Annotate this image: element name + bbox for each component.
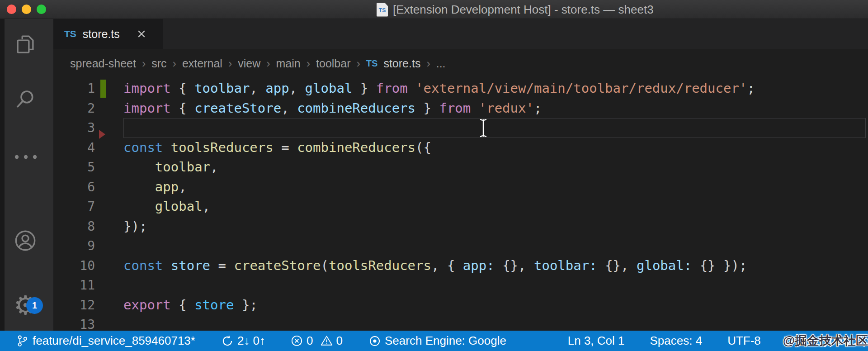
sync-icon: [222, 335, 233, 347]
code-token: combineReducers: [297, 100, 415, 116]
line-number[interactable]: 11: [53, 275, 95, 295]
error-circle-icon: [291, 335, 303, 347]
sync-status[interactable]: 2↓ 0↑: [222, 334, 265, 348]
code-token: from: [376, 81, 415, 96]
code-token: =: [274, 140, 297, 155]
git-branch-status[interactable]: feature/di_service_859460713*: [16, 334, 195, 348]
mouse-ibeam-cursor: [477, 118, 489, 138]
line-number[interactable]: 2: [53, 99, 95, 119]
code-token: toolsReducers: [171, 140, 274, 155]
code-token: global: [305, 81, 353, 96]
breadcrumb-item-src[interactable]: src: [151, 57, 166, 70]
typescript-lang-icon: TS: [64, 28, 76, 39]
chevron-right-icon: ›: [228, 57, 232, 70]
close-tab-icon[interactable]: [136, 28, 147, 39]
line-number[interactable]: 7: [53, 197, 95, 217]
code-token: global: [155, 199, 203, 214]
breadcrumb-overflow[interactable]: ...: [436, 57, 446, 70]
code-editor[interactable]: 12345678910111213 import { toolbar, app,…: [53, 78, 868, 331]
search-engine-status[interactable]: Search Engine: Google: [369, 334, 506, 348]
breadcrumb-item-external[interactable]: external: [182, 57, 222, 70]
code-line[interactable]: import { toolbar, app, global } from 'ex…: [123, 79, 755, 99]
code-token: createStore: [234, 258, 321, 273]
code-line[interactable]: });: [123, 217, 755, 237]
code-content[interactable]: import { toolbar, app, global } from 'ex…: [123, 79, 755, 335]
code-token: export: [123, 297, 179, 313]
code-token: app:: [463, 258, 495, 273]
chevron-right-icon: ›: [142, 57, 146, 70]
code-token: store: [194, 297, 234, 313]
code-token: {: [179, 100, 194, 116]
code-line[interactable]: [123, 118, 755, 138]
tab-store-ts[interactable]: TS store.ts: [53, 19, 163, 49]
code-token: import: [123, 81, 179, 96]
line-number-gutter: 12345678910111213: [53, 79, 95, 335]
code-token: store: [171, 258, 210, 273]
explorer-files-icon[interactable]: [13, 32, 38, 56]
code-token: ,: [179, 179, 186, 194]
search-icon[interactable]: [13, 87, 38, 112]
code-token: });: [123, 218, 147, 234]
code-line[interactable]: const store = createStore(toolsReducers,…: [123, 256, 755, 276]
code-token: {: [179, 81, 194, 96]
code-token: global:: [637, 258, 692, 273]
chevron-right-icon: ›: [266, 57, 270, 70]
search-engine-label: Search Engine: Google: [385, 334, 506, 348]
code-line[interactable]: import { createStore, combineReducers } …: [123, 99, 755, 119]
error-count: 0: [307, 334, 313, 348]
code-token: (: [321, 258, 329, 273]
code-token: 'external/view/main/toolbar/redux/reduce…: [415, 81, 747, 96]
line-number[interactable]: 4: [53, 138, 95, 158]
code-token: [123, 159, 155, 175]
line-number[interactable]: 9: [53, 236, 95, 256]
breadcrumb-item-view[interactable]: view: [238, 57, 260, 70]
indentation-status[interactable]: Spaces: 4: [650, 334, 703, 348]
encoding-status[interactable]: UTF-8: [727, 334, 761, 348]
code-line[interactable]: toolbar,: [123, 157, 755, 177]
code-line[interactable]: [123, 275, 755, 295]
language-mode-status[interactable]: TypeScript @掘金技术社区: [817, 334, 868, 348]
problems-status[interactable]: 0 0: [291, 334, 343, 348]
warning-count: 0: [336, 334, 343, 348]
code-line[interactable]: app,: [123, 177, 755, 197]
git-deleted-indicator[interactable]: [99, 130, 105, 139]
code-token: }: [352, 81, 376, 96]
chevron-right-icon: ›: [426, 57, 430, 70]
code-token: const: [123, 140, 171, 155]
watermark: @掘金技术社区: [783, 332, 868, 349]
window-close-button[interactable]: [7, 5, 16, 14]
breadcrumb-item-main[interactable]: main: [276, 57, 301, 70]
code-line[interactable]: const toolsReducers = combineReducers({: [123, 138, 755, 158]
line-number[interactable]: 1: [53, 79, 95, 99]
code-token: import: [123, 100, 179, 116]
chevron-right-icon: ›: [307, 57, 310, 70]
titlebar: TS [Extension Development Host] - store.…: [0, 0, 868, 19]
typescript-file-icon: TS: [377, 3, 388, 17]
warning-triangle-icon: [321, 335, 333, 347]
breadcrumb: spread-sheet›src›external›view›main›tool…: [70, 49, 446, 78]
window-minimize-button[interactable]: [22, 5, 31, 14]
code-line[interactable]: export { store };: [123, 295, 755, 315]
window-title-group: TS [Extension Development Host] - store.…: [377, 0, 654, 19]
cursor-position-status[interactable]: Ln 3, Col 1: [568, 334, 625, 348]
breadcrumb-file[interactable]: store.ts: [383, 57, 420, 70]
typescript-lang-icon: TS: [366, 58, 378, 69]
status-bar: feature/di_service_859460713* 2↓ 0↑ 0 0: [0, 331, 868, 351]
line-number[interactable]: 10: [53, 256, 95, 276]
more-actions-ellipsis-icon[interactable]: [13, 153, 38, 161]
code-token: ,: [210, 159, 218, 175]
code-token: =: [210, 258, 234, 273]
line-number[interactable]: 8: [53, 217, 95, 237]
window-zoom-button[interactable]: [37, 5, 46, 14]
line-number[interactable]: 6: [53, 177, 95, 197]
account-icon[interactable]: [13, 228, 38, 253]
code-line[interactable]: global,: [123, 197, 755, 217]
line-number[interactable]: 12: [53, 295, 95, 315]
line-number[interactable]: 5: [53, 157, 95, 177]
line-number[interactable]: 3: [53, 118, 95, 138]
breadcrumb-item-spread-sheet[interactable]: spread-sheet: [70, 57, 136, 70]
code-token: const: [123, 258, 171, 273]
code-line[interactable]: [123, 236, 755, 256]
breadcrumb-item-toolbar[interactable]: toolbar: [316, 57, 350, 70]
target-icon: [369, 335, 381, 347]
